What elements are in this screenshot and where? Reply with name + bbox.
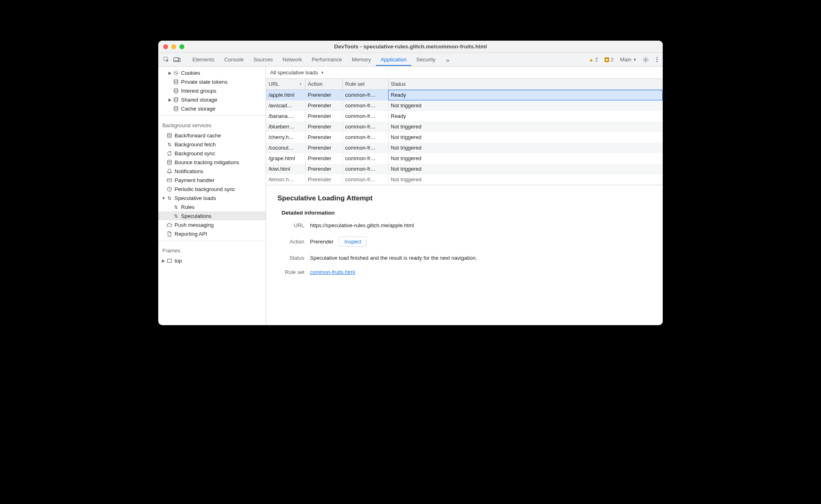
cell-status: Not triggered [388, 132, 663, 143]
chevron-right-icon: ▶ [168, 98, 172, 102]
cell-ruleset: common-fr… [343, 122, 388, 132]
sidebar-item-notifications[interactable]: Notifications [158, 167, 266, 176]
maximize-icon[interactable] [179, 44, 184, 49]
warnings-badge[interactable]: ▲ 2 [589, 57, 598, 63]
table-row[interactable]: /kiwi.htmlPrerendercommon-fr…Not trigger… [266, 164, 663, 174]
cell-url: /cherry.h… [266, 132, 305, 143]
sidebar-item-rules[interactable]: Rules [158, 202, 266, 211]
warnings-count: 2 [595, 57, 598, 63]
svg-point-7 [174, 71, 178, 75]
sidebar-item-payment-handler[interactable]: Payment handler [158, 176, 266, 185]
close-icon[interactable] [163, 44, 168, 49]
sidebar-item-label: Periodic background sync [175, 186, 235, 192]
sidebar-item-bounce-tracking-mitigations[interactable]: Bounce tracking mitigations [158, 158, 266, 167]
target-label: Main [620, 56, 631, 63]
details-ruleset-link[interactable]: common-fruits.html [310, 269, 355, 275]
card-icon [166, 177, 173, 183]
col-action[interactable]: Action [305, 79, 343, 89]
details-subheading: Detailed information [282, 210, 655, 216]
sidebar-item-label: Speculations [181, 213, 211, 219]
sidebar-item-speculations[interactable]: Speculations [158, 211, 266, 220]
cell-ruleset: common-fr… [343, 132, 388, 143]
svg-point-12 [174, 97, 177, 99]
bell-icon [166, 168, 173, 174]
speculations-filter-dropdown[interactable]: All speculative loads ▼ [270, 70, 324, 76]
sidebar-separator [158, 115, 266, 116]
tab-sources[interactable]: Sources [249, 53, 278, 66]
tab-performance[interactable]: Performance [307, 53, 347, 66]
tab-elements[interactable]: Elements [188, 53, 219, 66]
sidebar-item-label: Bounce tracking mitigations [175, 159, 239, 165]
inspect-element-icon[interactable] [162, 55, 171, 65]
sync-icon [166, 150, 173, 156]
table-row[interactable]: /grape.htmlPrerendercommon-fr…Not trigge… [266, 153, 663, 164]
panel-body: ▶CookiesPrivate state tokensInterest gro… [158, 67, 663, 325]
sidebar-item-back-forward-cache[interactable]: Back/forward cache [158, 131, 266, 140]
content-area: All speculative loads ▼ URL▲ Action Rule… [266, 67, 663, 325]
more-icon[interactable] [655, 56, 659, 63]
sidebar-item-periodic-background-sync[interactable]: Periodic background sync [158, 185, 266, 193]
updown-icon [172, 213, 179, 219]
cell-action: Prerender [305, 122, 343, 132]
table-row[interactable]: /apple.htmlPrerendercommon-fr…Ready [266, 90, 663, 100]
cell-ruleset: common-fr… [343, 143, 388, 153]
sidebar-heading-frames: Frames [158, 243, 266, 256]
svg-point-14 [167, 133, 171, 135]
sidebar-item-shared-storage[interactable]: ▶Shared storage [158, 95, 266, 104]
db-icon [166, 159, 173, 165]
inspect-button[interactable]: Inspect [339, 237, 367, 247]
sidebar-item-interest-groups[interactable]: Interest groups [158, 86, 266, 95]
cell-action: Prerender [305, 111, 343, 122]
svg-point-13 [174, 106, 177, 108]
sidebar-item-top[interactable]: ▶top [158, 256, 266, 265]
table-row[interactable]: /banana.…Prerendercommon-fr…Ready [266, 111, 663, 122]
details-action-label: Action [277, 239, 304, 245]
sidebar-item-label: Private state tokens [181, 79, 227, 85]
sidebar-item-background-sync[interactable]: Background sync [158, 149, 266, 158]
issues-badge[interactable]: ■ 2 [605, 57, 614, 63]
cell-url: /lemon.h… [266, 174, 305, 185]
traffic-lights [163, 44, 184, 49]
tabs-overflow[interactable]: » [441, 53, 454, 66]
cell-action: Prerender [305, 132, 343, 143]
svg-point-8 [175, 72, 175, 73]
db-icon [172, 97, 179, 103]
sidebar-item-private-state-tokens[interactable]: Private state tokens [158, 77, 266, 86]
sidebar-separator [158, 241, 266, 241]
sidebar-item-label: Rules [181, 204, 194, 210]
col-ruleset[interactable]: Rule set [343, 79, 388, 89]
col-status[interactable]: Status [388, 79, 663, 89]
sidebar-item-label: Background fetch [175, 141, 216, 148]
table-row[interactable]: /cherry.h…Prerendercommon-fr…Not trigger… [266, 132, 663, 143]
tab-memory[interactable]: Memory [347, 53, 376, 66]
device-toolbar-icon[interactable] [172, 55, 182, 65]
cell-status: Ready [388, 90, 663, 100]
sidebar-item-label: Payment handler [175, 177, 214, 183]
sidebar-item-speculative-loads[interactable]: ▼Speculative loads [158, 193, 266, 202]
warning-icon: ▲ [589, 57, 594, 63]
table-row[interactable]: /avocad…Prerendercommon-fr…Not triggered [266, 100, 663, 111]
settings-icon[interactable] [641, 56, 651, 63]
tab-application[interactable]: Application [376, 53, 412, 66]
col-url[interactable]: URL▲ [266, 79, 305, 89]
tab-security[interactable]: Security [411, 53, 440, 66]
details-url-value: https://speculative-rules.glitch.me/appl… [310, 222, 414, 228]
window-titlebar: DevTools - speculative-rules.glitch.me/c… [158, 41, 663, 53]
tab-network[interactable]: Network [278, 53, 307, 66]
sidebar-item-label: Speculative loads [175, 195, 216, 201]
sidebar-item-cache-storage[interactable]: Cache storage [158, 104, 266, 113]
target-selector[interactable]: Main ▼ [620, 56, 637, 63]
sidebar-item-background-fetch[interactable]: Background fetch [158, 140, 266, 149]
sidebar-item-reporting-api[interactable]: Reporting API [158, 229, 266, 238]
doc-icon [166, 231, 173, 237]
sidebar-item-cookies[interactable]: ▶Cookies [158, 68, 266, 77]
minimize-icon[interactable] [171, 44, 176, 49]
cell-ruleset: common-fr… [343, 164, 388, 174]
table-row[interactable]: /coconut…Prerendercommon-fr…Not triggere… [266, 143, 663, 153]
cell-action: Prerender [305, 153, 343, 164]
table-row[interactable]: /lemon.h…Prerendercommon-fr…Not triggere… [266, 174, 663, 185]
sidebar-item-push-messaging[interactable]: Push messaging [158, 220, 266, 229]
tab-console[interactable]: Console [219, 53, 249, 66]
table-row[interactable]: /blueberr…Prerendercommon-fr…Not trigger… [266, 122, 663, 132]
application-sidebar[interactable]: ▶CookiesPrivate state tokensInterest gro… [158, 67, 266, 325]
